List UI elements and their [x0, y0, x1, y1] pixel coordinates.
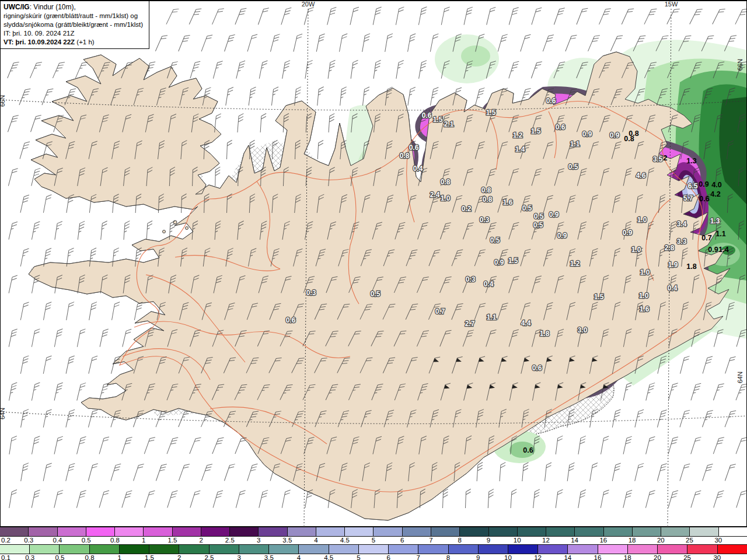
rain-value-label: 4.2	[710, 190, 720, 198]
legend-rain-tick-label: 0.5	[55, 554, 64, 560]
precip-value-label: 1.0	[631, 246, 641, 254]
legend-sleet-cell	[259, 527, 287, 536]
legend-sleet-tick-label: 6	[400, 537, 404, 544]
meridian-label: 15W	[665, 1, 678, 8]
legend-sleet-cell	[374, 527, 402, 536]
precip-value-label: 0.5	[533, 221, 543, 229]
precip-value-label: 4.4	[521, 319, 531, 327]
precip-value-label: 0.8	[441, 178, 451, 186]
valid-time-offset: (+1 h)	[75, 38, 95, 46]
precip-value-label: 1.5	[433, 116, 443, 124]
legend-sleet-cell	[345, 527, 374, 536]
precip-value-label: 2.7	[465, 320, 475, 328]
legend-sleet-cell	[403, 527, 431, 536]
legend-rain-tick-label: 3.5	[264, 554, 274, 560]
legend-rain-tick-label: 30	[713, 554, 721, 560]
legend-bar-sleet	[0, 527, 747, 537]
legend-rain-tick-label: 3	[237, 554, 240, 560]
legend-sleet-cell	[604, 527, 633, 536]
legend-rain-cell	[449, 545, 479, 554]
legend-sleet-cell	[115, 527, 144, 536]
precip-value-label: 1.6	[640, 305, 650, 313]
legend-rain-cell	[30, 545, 60, 554]
legend-rain-cell	[269, 545, 299, 554]
legend-sleet-cell	[431, 527, 460, 536]
legend-rain-cell	[179, 545, 209, 554]
precip-value-label: 0.9	[582, 130, 592, 138]
precip-value-label: 2.8	[665, 244, 675, 252]
precip-value-label: 3.5	[653, 155, 663, 163]
legend-rain-tick-label: 9	[476, 554, 480, 560]
weather-map-page: { "header": { "product": "UWC/IG", "titl…	[0, 0, 747, 560]
precip-value-label: 0.9	[494, 258, 504, 267]
legend-bar-rain-block: 0.10.30.50.811.522.533.544.5567891012141…	[0, 544, 747, 560]
legend-sleet-tick-label: 5	[372, 537, 375, 544]
precip-value-label: 0.9	[610, 131, 620, 139]
legend-rain-tick-label: 0.3	[25, 554, 34, 560]
rain-value-label: 1.3	[686, 157, 696, 165]
legend-sleet-cell	[690, 527, 718, 536]
legend-rain-tick-label: 1.5	[145, 554, 154, 560]
legend-rain-cell	[479, 545, 508, 554]
legend-sleet-cell	[29, 527, 57, 536]
precip-value-label: 0.2	[462, 205, 472, 213]
precip-value-label: 0.5	[522, 204, 532, 212]
weather-map: 20W15W66N66N64N64N 0.61.52.11.51.51.21.4…	[0, 1, 747, 527]
legend-sleet-tick-label: 8	[458, 537, 461, 544]
precip-value-label: 0.7	[435, 307, 445, 316]
precip-value-label: 5.7	[683, 194, 693, 202]
legend-rain-tick-label: 14	[564, 554, 571, 560]
legend-sleet-tick-label: 3.5	[282, 537, 292, 544]
valid-time-bold: VT: þri. 10.09.2024 22Z	[4, 38, 75, 46]
legend-sleet-cell	[661, 527, 690, 536]
rain-value-label: 0.6	[699, 195, 709, 203]
precip-value-label: 0.4	[413, 164, 423, 173]
rain-value-label: 0.7	[701, 234, 711, 242]
legend-sleet-tick-label: 16	[599, 537, 607, 544]
legend-sleet-cell	[546, 527, 575, 536]
legend-sleet-tick-label: 14	[571, 537, 578, 544]
precip-value-label: 0.6	[546, 97, 556, 105]
legend-rain-tick-label: 5	[357, 554, 360, 560]
legend-sleet-tick-label: 3	[257, 537, 260, 544]
precip-value-label: 0.5	[534, 212, 544, 220]
precip-value-label: 1.0	[640, 268, 650, 276]
legend-rain-cell	[628, 545, 658, 554]
legend-rain-cell	[359, 545, 389, 554]
legend-rain-cell	[538, 545, 568, 554]
legend-rain-tick-label: 7	[417, 554, 420, 560]
precip-value-label: 3.0	[578, 326, 588, 334]
legend-sleet-tick-label: 9	[487, 537, 490, 544]
legend-rain-tick-label: 18	[624, 554, 631, 560]
legend-rain-cell	[508, 545, 538, 554]
legend-rain-tick-label: 25	[683, 554, 691, 560]
precip-value-label: 1.4	[515, 145, 525, 153]
legend-rain-tick-label: 6	[386, 554, 390, 560]
legend-sleet-tick-label: 7	[429, 537, 432, 544]
precip-value-label: 0.8	[400, 152, 410, 160]
legend-sleet-cell	[633, 527, 661, 536]
legend-rain-cell	[389, 545, 418, 554]
precip-value-label: 0.8	[483, 195, 493, 204]
legend-rain-cell	[120, 545, 149, 554]
rain-value-label: 0.9	[699, 180, 708, 188]
precip-value-label: 0.9	[623, 229, 633, 237]
legend-sleet-tick-label: 2	[199, 537, 203, 544]
precip-value-label: 1.1	[570, 140, 580, 148]
legend-rain-cell	[687, 545, 717, 554]
legend-sleet-tick-label: 30	[714, 537, 722, 544]
legend-rain-tick-label: 16	[594, 554, 602, 560]
legend-rain-tick-label: 2.5	[204, 554, 214, 560]
legend-rain-cell	[149, 545, 179, 554]
rain-value-label: 0.8	[624, 135, 634, 143]
legend-rain-cell	[0, 545, 30, 554]
legend-sleet-tick-label: 20	[657, 537, 665, 544]
legend-bar-rain-labels: 0.10.30.50.811.522.533.544.5567891012141…	[0, 554, 747, 560]
init-time: IT: þri. 10. 09. 2024 21Z	[4, 29, 146, 38]
precip-value-label: 0.4	[484, 280, 494, 288]
parallel-label: 64N	[736, 372, 743, 383]
legend-sleet-cell	[518, 527, 546, 536]
legend-sleet-tick-label: 0.5	[82, 537, 91, 544]
precip-value-label: 0.9	[549, 211, 559, 219]
legend-bar-rain	[0, 544, 747, 554]
